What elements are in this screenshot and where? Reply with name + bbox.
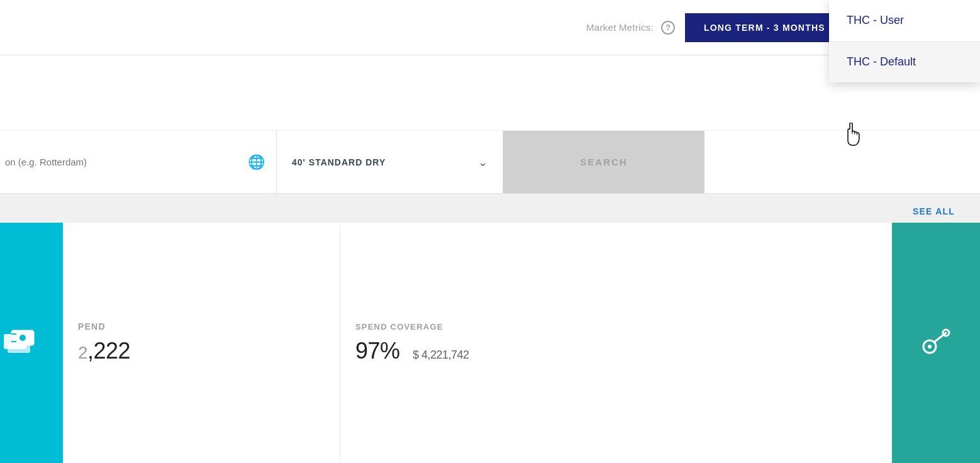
globe-icon: 🌐: [246, 152, 266, 172]
container-type-label: 40' STANDARD DRY: [292, 157, 473, 167]
location-input-wrap: 🌐: [0, 131, 277, 193]
metrics-label: Market Metrics:: [586, 22, 654, 33]
spend-title: PEND: [78, 321, 325, 332]
stats-header: SEE ALL: [0, 194, 980, 223]
location-input[interactable]: [0, 157, 246, 167]
stat-card-spend: PEND 2,222: [0, 223, 340, 463]
thc-dropdown: THC - User THC - Default: [829, 0, 980, 82]
stat-card-icon-spend: [0, 223, 63, 463]
container-select-wrap[interactable]: 40' STANDARD DRY ⌄: [277, 131, 503, 193]
help-icon[interactable]: ?: [661, 21, 675, 35]
coverage-value: 97% $ 4,221,742: [355, 338, 877, 364]
stat-card-coverage: SPEND COVERAGE 97% $ 4,221,742: [340, 223, 980, 463]
stat-card-icon-coverage: [892, 223, 980, 463]
search-section: 🌐 40' STANDARD DRY ⌄ SEARCH: [0, 131, 980, 194]
chevron-down-icon: ⌄: [478, 155, 487, 169]
stat-card-content-coverage: SPEND COVERAGE 97% $ 4,221,742: [340, 223, 892, 463]
coverage-sub: $ 4,221,742: [413, 349, 469, 361]
spend-value: 2,222: [78, 338, 325, 364]
see-all-link[interactable]: SEE ALL: [913, 206, 955, 216]
svg-point-6: [19, 335, 26, 341]
search-button[interactable]: SEARCH: [503, 131, 704, 193]
dropdown-item-thc-user[interactable]: THC - User: [829, 0, 980, 42]
metrics-bar: Market Metrics: ? LONG TERM - 3 MONTHS M…: [0, 0, 980, 55]
stats-section: SEE ALL PEND: [0, 194, 980, 463]
stat-card-content-spend: PEND 2,222: [63, 223, 340, 463]
dropdown-item-thc-default[interactable]: THC - Default: [829, 42, 980, 82]
stats-cards: PEND 2,222 SPEND COVERAGE 97% $ 4,221,74…: [0, 223, 980, 463]
svg-point-12: [928, 345, 932, 349]
page-layout: Market Metrics: ? LONG TERM - 3 MONTHS M…: [0, 0, 980, 463]
long-term-button[interactable]: LONG TERM - 3 MONTHS: [685, 13, 844, 42]
coverage-title: SPEND COVERAGE: [355, 322, 877, 332]
